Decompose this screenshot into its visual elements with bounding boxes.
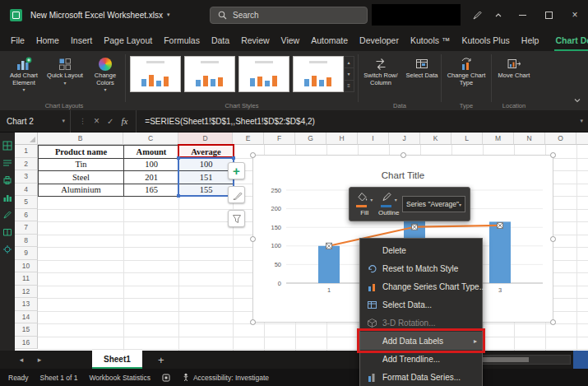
ribbon-tab-automate[interactable]: Automate — [305, 30, 354, 51]
ribbon-tab-home[interactable]: Home — [30, 30, 65, 51]
row-header-16[interactable]: 16 — [15, 337, 38, 350]
switch-row-column-button[interactable]: Switch Row/ Column — [359, 53, 402, 86]
sheet-nav-left-icon[interactable]: ◂ — [13, 351, 30, 369]
select-all-corner[interactable] — [15, 133, 38, 145]
workbook-statistics-button[interactable]: Workbook Statistics — [89, 374, 150, 382]
accessibility-status[interactable]: Accessibility: Investigate — [182, 373, 269, 382]
chart-resize-handle[interactable] — [550, 319, 556, 325]
cell-b1[interactable]: Product name — [39, 146, 124, 159]
gallery-down-icon[interactable]: ▾ — [345, 68, 354, 80]
ribbon-tab-data[interactable]: Data — [206, 30, 235, 51]
column-header-N[interactable]: N — [514, 133, 545, 145]
cell-c3[interactable]: 201 — [124, 171, 179, 184]
ribbon-tab-developer[interactable]: Developer — [354, 30, 405, 51]
column-header-G[interactable]: G — [295, 133, 326, 145]
quick-layout-button[interactable]: Quick Layout ▾ — [46, 53, 84, 94]
ribbon-tab-chart-design[interactable]: Chart Design — [549, 30, 588, 51]
menu-item-select-data[interactable]: Select Data... — [360, 295, 482, 314]
column-header-P[interactable]: P — [576, 133, 588, 145]
ribbon-tab-view[interactable]: View — [275, 30, 306, 51]
cell-b2[interactable]: Tin — [39, 159, 124, 172]
column-header-E[interactable]: E — [233, 133, 264, 145]
left-toolbar-grid-icon[interactable] — [2, 141, 12, 151]
ribbon-tab-formulas[interactable]: Formulas — [158, 30, 206, 51]
gallery-more-icon[interactable]: ≡ — [345, 81, 354, 91]
outline-button[interactable]: ▾ Outline — [377, 190, 399, 218]
ribbon-tab-file[interactable]: File — [5, 30, 30, 51]
row-header-7[interactable]: 7 — [15, 221, 38, 235]
row-header-11[interactable]: 11 — [15, 272, 38, 286]
menu-item-format-data-series[interactable]: Format Data Series... — [360, 368, 482, 386]
gallery-up-icon[interactable]: ▴ — [345, 57, 354, 68]
cell-c4[interactable]: 165 — [124, 184, 179, 198]
chart-resize-handle[interactable] — [250, 152, 256, 158]
left-toolbar-gear-icon[interactable] — [2, 244, 12, 254]
move-chart-button[interactable]: Move Chart — [494, 53, 534, 80]
selection-handle[interactable] — [177, 194, 180, 198]
column-header-D[interactable]: D — [178, 133, 233, 145]
chart-style-thumbnail[interactable] — [130, 56, 181, 92]
chart-resize-handle[interactable] — [550, 236, 556, 242]
add-chart-element-button[interactable]: Add Chart Element ▾ — [3, 53, 44, 94]
left-toolbar-pencil-icon[interactable] — [2, 210, 12, 220]
ribbon-tab-kutools-plus[interactable]: Kutools Plus — [456, 30, 515, 51]
ribbon-tab-review[interactable]: Review — [235, 30, 275, 51]
row-header-15[interactable]: 15 — [15, 323, 38, 337]
cell-b4[interactable]: Aluminium — [39, 184, 124, 198]
left-toolbar-chart-icon[interactable] — [2, 193, 12, 202]
chart-resize-handle[interactable] — [250, 319, 256, 325]
row-header-12[interactable]: 12 — [15, 286, 38, 299]
enter-icon[interactable]: ✓ — [107, 117, 113, 126]
row-header-13[interactable]: 13 — [15, 298, 38, 311]
column-header-B[interactable]: B — [38, 133, 123, 145]
selection-handle[interactable] — [232, 156, 235, 160]
maximize-button[interactable] — [535, 0, 562, 30]
ribbon-tab-kutools[interactable]: Kutools ™ — [405, 30, 456, 51]
row-header-14[interactable]: 14 — [15, 311, 38, 324]
column-header-O[interactable]: O — [545, 133, 576, 145]
chart-resize-handle[interactable] — [400, 152, 406, 158]
sheet-tab-active[interactable]: Sheet1 — [92, 351, 142, 369]
row-header-2[interactable]: 2 — [15, 158, 38, 171]
chart-styles-button[interactable] — [228, 186, 245, 203]
menu-item-reset-to-match-style[interactable]: Reset to Match Style — [360, 259, 482, 277]
column-header-L[interactable]: L — [451, 133, 483, 145]
chart-style-thumbnail[interactable] — [238, 56, 289, 92]
left-toolbar-printer-icon[interactable] — [2, 175, 12, 185]
expand-formula-bar-icon[interactable]: ▾ — [580, 118, 583, 124]
collapse-ribbon-icon[interactable] — [573, 92, 581, 107]
row-header-5[interactable]: 5 — [15, 196, 38, 209]
sheet-nav-right-icon[interactable]: ▸ — [31, 351, 48, 369]
ribbon-tab-insert[interactable]: Insert — [65, 30, 98, 51]
column-header-F[interactable]: F — [264, 133, 295, 145]
column-header-C[interactable]: C — [123, 133, 178, 145]
row-header-3[interactable]: 3 — [15, 170, 38, 184]
menu-item-delete[interactable]: Delete — [360, 241, 482, 259]
formula-input[interactable]: =SERIES(Sheet1!$D$1,,Sheet1!$D$2:$D$4,2) — [145, 117, 315, 126]
selection-handle[interactable] — [177, 156, 180, 160]
row-header-1[interactable]: 1 — [15, 145, 38, 158]
column-header-I[interactable]: I — [358, 133, 389, 145]
close-button[interactable]: × — [562, 0, 588, 30]
chart-filters-button[interactable] — [228, 210, 245, 227]
chart-resize-handle[interactable] — [250, 236, 256, 242]
left-toolbar-list-icon[interactable] — [2, 158, 12, 168]
row-header-8[interactable]: 8 — [15, 235, 38, 248]
ink-pen-icon[interactable] — [466, 0, 488, 30]
cell-c2[interactable]: 100 — [124, 159, 179, 172]
column-header-J[interactable]: J — [389, 133, 420, 145]
cancel-icon[interactable]: × — [94, 115, 100, 127]
row-header-10[interactable]: 10 — [15, 260, 38, 273]
search-input[interactable]: Search — [210, 7, 368, 24]
column-header-K[interactable]: K — [420, 133, 451, 145]
ribbon-options-icon[interactable] — [488, 0, 509, 30]
fill-button[interactable]: ▾ Fill — [354, 190, 375, 218]
chart-style-thumbnail[interactable] — [184, 56, 235, 92]
left-toolbar-book-icon[interactable] — [2, 227, 12, 237]
select-data-button[interactable]: Select Data — [404, 53, 440, 86]
row-header-4[interactable]: 4 — [15, 184, 38, 197]
cell-c1[interactable]: Amount — [124, 146, 179, 159]
change-chart-type-button[interactable]: Change Chart Type — [444, 53, 488, 86]
title-chevron-icon[interactable]: ▾ — [167, 12, 170, 18]
name-box[interactable]: Chart 2 ▾ — [0, 110, 71, 133]
